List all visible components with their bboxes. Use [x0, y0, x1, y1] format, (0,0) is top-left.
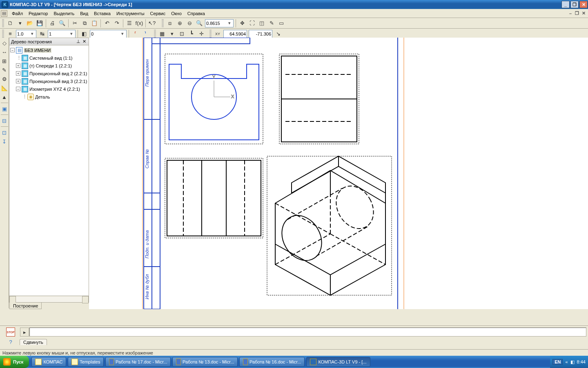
cut-button[interactable]: ✂: [70, 19, 79, 28]
dimension-tool-icon[interactable]: ↔: [0, 48, 9, 56]
menu-service[interactable]: Сервис: [147, 10, 169, 17]
stop-button[interactable]: STOP: [6, 328, 15, 337]
coord-settings-button[interactable]: ↘: [274, 29, 283, 38]
tree-item-proj2[interactable]: + ▦ Проекционный вид 2 (2.2:1): [10, 70, 88, 77]
properties-button[interactable]: ☰: [125, 19, 134, 28]
task-folder-templates[interactable]: Templates: [68, 357, 104, 367]
clock[interactable]: 8:44: [577, 359, 586, 364]
print-button[interactable]: 🖨: [48, 19, 57, 28]
tree-item-proj3[interactable]: + ▦ Проекционный вид 3 (2.2:1): [10, 77, 88, 85]
coord-x-field[interactable]: 64.5904: [223, 30, 247, 38]
line-width-combo[interactable]: 1.0▾: [16, 30, 36, 38]
edit-tool-icon[interactable]: ✎: [0, 66, 9, 74]
param-tool-icon[interactable]: ⚙: [0, 75, 9, 83]
export-tool-icon[interactable]: ↧: [0, 137, 9, 146]
toolbar-grip[interactable]: [2, 19, 4, 27]
drawing-canvas[interactable]: Перв примен Справ № Подп. и дата Инв № д…: [89, 38, 588, 309]
minimize-button[interactable]: _: [561, 1, 570, 8]
view-tool-icon[interactable]: ▣: [0, 105, 9, 113]
task-folder-kompas[interactable]: КОМПАС: [31, 357, 66, 367]
menu-window[interactable]: Окно: [168, 10, 185, 17]
copy-button[interactable]: ⧉: [80, 19, 89, 28]
language-indicator[interactable]: EN: [552, 359, 563, 365]
tree-item-system-view[interactable]: ⋮ ▦ Системный вид (1:1): [10, 54, 88, 62]
tree-bottom-tab[interactable]: Построение: [9, 303, 42, 309]
menu-tools[interactable]: Инструменты: [114, 10, 147, 17]
maximize-button[interactable]: ❐: [570, 1, 579, 8]
preview-button[interactable]: 🔍: [58, 19, 67, 28]
menu-editor[interactable]: Редактор: [26, 10, 51, 17]
snap-node-button[interactable]: ⊡: [177, 29, 186, 38]
variables-button[interactable]: f(x): [135, 19, 144, 28]
mdi-close-button[interactable]: ✕: [581, 11, 586, 16]
tree-item-detail[interactable]: ⋮ ◉ Деталь: [10, 93, 88, 101]
menu-view[interactable]: Вид: [77, 10, 91, 17]
report-tool-icon[interactable]: ⊡: [0, 128, 9, 137]
tray-chevron-icon[interactable]: «: [565, 359, 568, 364]
close-panel-icon[interactable]: ✕: [81, 39, 87, 44]
paste-button[interactable]: 📋: [90, 19, 99, 28]
color-button[interactable]: ◧: [80, 29, 89, 38]
tree-item-front[interactable]: + ▦ (т) Спереди 1 (2.2:1): [10, 62, 88, 70]
zoom-fit-button[interactable]: ⛶: [247, 19, 256, 28]
zoom-prev-button[interactable]: ◫: [257, 19, 266, 28]
toolbar-grip[interactable]: [2, 30, 4, 38]
grid-dropdown-icon[interactable]: ▾: [167, 29, 176, 38]
measure-tool-icon[interactable]: 📐: [0, 84, 9, 92]
style-combo[interactable]: 0▾: [90, 30, 127, 38]
snap-magnet-blue-icon[interactable]: ⸣: [140, 29, 149, 38]
menu-file[interactable]: Файл: [9, 10, 26, 17]
notation-tool-icon[interactable]: ⊞: [0, 57, 9, 65]
save-button[interactable]: 💾: [35, 19, 44, 28]
tree-body[interactable]: − ▤ БЕЗ ИМЕНИ ⋮ ▦ Системный вид (1:1) + …: [9, 45, 89, 296]
undo-button[interactable]: ↶: [102, 19, 111, 28]
zoom-frame-button[interactable]: ⧈: [165, 19, 174, 28]
document-app-icon[interactable]: ▤: [1, 10, 7, 17]
zoom-combo[interactable]: 0.8615▾: [205, 19, 234, 27]
toggle-icon[interactable]: +: [16, 71, 20, 76]
start-button[interactable]: Пуск: [0, 356, 29, 368]
dropdown-arrow-icon[interactable]: ▾: [16, 19, 24, 28]
tab-shift[interactable]: Сдвинуть: [20, 339, 47, 345]
help-button[interactable]: ?: [6, 337, 15, 346]
cmd-marker-icon[interactable]: ▸: [20, 328, 29, 337]
context-help-button[interactable]: ↖?: [147, 19, 156, 28]
spec-tool-icon[interactable]: ⊟: [0, 117, 9, 125]
toggle-icon[interactable]: +: [16, 79, 20, 83]
system-tray[interactable]: EN « ◧ 8:44: [550, 356, 588, 368]
pan-button[interactable]: ✥: [238, 19, 247, 28]
geometry-tool-icon[interactable]: ◇: [0, 39, 9, 47]
toolbar-grip[interactable]: [154, 30, 156, 38]
line-width-icon[interactable]: ≡: [6, 29, 15, 38]
close-button[interactable]: ✕: [579, 1, 588, 8]
tree-root[interactable]: − ▤ БЕЗ ИМЕНИ: [10, 46, 88, 54]
refresh-button[interactable]: ✎: [267, 19, 276, 28]
coord-mode-button[interactable]: XY: [213, 29, 222, 38]
grid-button[interactable]: ▦: [158, 29, 167, 38]
tree-item-iso[interactable]: − ▦ Изометрия XYZ 4 (2.2:1): [10, 85, 88, 93]
menu-help[interactable]: Справка: [185, 10, 208, 17]
task-word-16[interactable]: Работа № 16.doc - Micr...: [239, 357, 305, 367]
tree-h-scrollbar[interactable]: [9, 296, 89, 302]
zoom-dynamic-button[interactable]: 🔍: [195, 19, 204, 28]
command-input[interactable]: [29, 328, 586, 337]
task-kompas-app[interactable]: КОМПАС-3D LT V9 - [...: [306, 357, 370, 367]
menu-select[interactable]: Выделить: [51, 10, 77, 17]
zoom-out-button[interactable]: ⊖: [185, 19, 194, 28]
snap-magnet-red-icon[interactable]: ⸢: [131, 29, 140, 38]
mdi-minimize-button[interactable]: –: [568, 11, 573, 16]
pin-icon[interactable]: ⊥: [76, 39, 81, 44]
toggle-icon[interactable]: −: [16, 87, 20, 91]
layer-combo[interactable]: 1▾: [48, 30, 76, 38]
redo-button[interactable]: ↷: [112, 19, 121, 28]
task-word-17[interactable]: Работа № 17.doc - Micr...: [105, 357, 171, 367]
auto-width-icon[interactable]: ↹: [38, 29, 47, 38]
select-tool-icon[interactable]: ▲: [0, 93, 9, 101]
new-button[interactable]: 🗋: [6, 19, 15, 28]
zoom-in-button[interactable]: ⊕: [175, 19, 184, 28]
toolbar-grip[interactable]: [209, 30, 212, 38]
ortho-button[interactable]: ┗: [187, 29, 196, 38]
mdi-restore-button[interactable]: ❐: [574, 11, 580, 16]
fullscreen-button[interactable]: ▭: [277, 19, 286, 28]
toggle-icon[interactable]: +: [16, 63, 20, 68]
